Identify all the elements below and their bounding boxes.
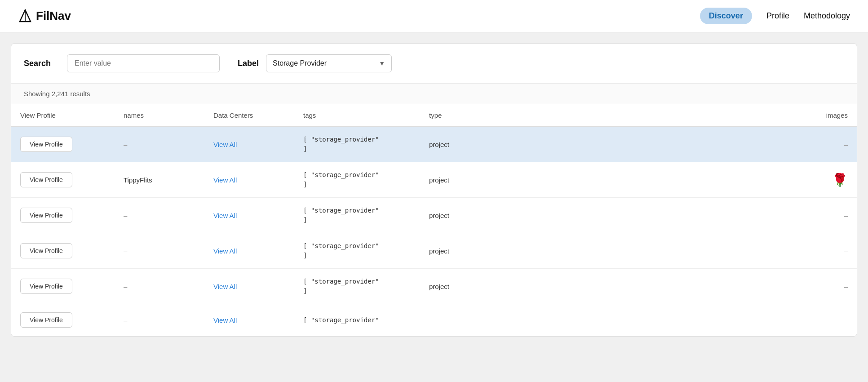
- col-header-images: images: [487, 104, 857, 127]
- type-cell: project: [420, 127, 487, 162]
- table-row: View Profile–View All[ "storage_provider…: [11, 304, 857, 336]
- images-cell: –: [487, 127, 857, 162]
- search-label: Search: [24, 59, 60, 68]
- data-centers-cell: View All: [204, 233, 294, 269]
- view-all-link[interactable]: View All: [213, 283, 237, 290]
- names-cell: –: [115, 233, 204, 269]
- dropdown-selected-value: Storage Provider: [273, 59, 375, 67]
- view-profile-cell: View Profile: [11, 198, 115, 233]
- data-centers-cell: View All: [204, 127, 294, 162]
- col-header-names: names: [115, 104, 204, 127]
- data-centers-cell: View All: [204, 198, 294, 233]
- view-profile-button[interactable]: View Profile: [20, 312, 72, 328]
- view-profile-button[interactable]: View Profile: [20, 243, 72, 258]
- tags-cell: [ "storage_provider": [294, 304, 420, 336]
- label-dropdown[interactable]: Storage Provider ▼: [266, 54, 392, 72]
- chevron-down-icon: ▼: [379, 60, 385, 67]
- view-profile-cell: View Profile: [11, 304, 115, 336]
- names-cell: –: [115, 127, 204, 162]
- type-cell: [420, 304, 487, 336]
- results-table-container: View Profile names Data Centers tags typ…: [11, 104, 857, 336]
- images-cell: [487, 304, 857, 336]
- results-count: Showing 2,241 results: [24, 90, 90, 98]
- table-row: View Profile–View All[ "storage_provider…: [11, 127, 857, 162]
- nav-profile[interactable]: Profile: [766, 11, 789, 21]
- type-cell: project: [420, 233, 487, 269]
- view-profile-cell: View Profile: [11, 162, 115, 198]
- view-all-link[interactable]: View All: [213, 316, 237, 324]
- table-row: View Profile–View All[ "storage_provider…: [11, 198, 857, 233]
- col-header-data-centers: Data Centers: [204, 104, 294, 127]
- view-profile-button[interactable]: View Profile: [20, 279, 72, 294]
- label-text: Label: [238, 59, 259, 68]
- view-all-link[interactable]: View All: [213, 176, 237, 184]
- images-cell: –: [487, 198, 857, 233]
- col-header-tags: tags: [294, 104, 420, 127]
- rose-image: 🌹: [832, 173, 848, 187]
- search-bar: Search Label Storage Provider ▼: [11, 44, 857, 83]
- tags-cell: [ "storage_provider" ]: [294, 127, 420, 162]
- logo: FilNav: [18, 9, 700, 23]
- view-profile-button[interactable]: View Profile: [20, 172, 72, 187]
- results-table: View Profile names Data Centers tags typ…: [11, 104, 857, 336]
- view-profile-cell: View Profile: [11, 233, 115, 269]
- table-row: View ProfileTippyFlitsView All[ "storage…: [11, 162, 857, 198]
- data-centers-cell: View All: [204, 162, 294, 198]
- col-header-type: type: [420, 104, 487, 127]
- names-cell: TippyFlits: [115, 162, 204, 198]
- tags-cell: [ "storage_provider" ]: [294, 269, 420, 304]
- images-cell: –: [487, 269, 857, 304]
- search-input[interactable]: [67, 54, 220, 72]
- view-all-link[interactable]: View All: [213, 141, 237, 148]
- type-cell: project: [420, 162, 487, 198]
- names-cell: –: [115, 304, 204, 336]
- main-content: Search Label Storage Provider ▼ Showing …: [0, 32, 868, 347]
- table-body: View Profile–View All[ "storage_provider…: [11, 127, 857, 336]
- logo-text: FilNav: [36, 9, 71, 23]
- type-cell: project: [420, 198, 487, 233]
- view-all-link[interactable]: View All: [213, 212, 237, 219]
- names-cell: –: [115, 269, 204, 304]
- table-row: View Profile–View All[ "storage_provider…: [11, 233, 857, 269]
- view-all-link[interactable]: View All: [213, 247, 237, 255]
- view-profile-cell: View Profile: [11, 127, 115, 162]
- content-card: Search Label Storage Provider ▼ Showing …: [11, 43, 857, 337]
- tags-cell: [ "storage_provider" ]: [294, 198, 420, 233]
- data-centers-cell: View All: [204, 269, 294, 304]
- nav-methodology[interactable]: Methodology: [804, 11, 850, 21]
- logo-icon: [18, 9, 32, 23]
- col-header-view-profile: View Profile: [11, 104, 115, 127]
- table-header: View Profile names Data Centers tags typ…: [11, 104, 857, 127]
- main-nav: Discover Profile Methodology: [700, 8, 850, 24]
- data-centers-cell: View All: [204, 304, 294, 336]
- header: FilNav Discover Profile Methodology: [0, 0, 868, 32]
- nav-discover[interactable]: Discover: [700, 8, 752, 24]
- view-profile-cell: View Profile: [11, 269, 115, 304]
- tags-cell: [ "storage_provider" ]: [294, 233, 420, 269]
- view-profile-button[interactable]: View Profile: [20, 208, 72, 223]
- results-info: Showing 2,241 results: [11, 83, 857, 104]
- tags-cell: [ "storage_provider" ]: [294, 162, 420, 198]
- images-cell: 🌹: [487, 162, 857, 198]
- images-cell: –: [487, 233, 857, 269]
- view-profile-button[interactable]: View Profile: [20, 137, 72, 152]
- table-row: View Profile–View All[ "storage_provider…: [11, 269, 857, 304]
- names-cell: –: [115, 198, 204, 233]
- type-cell: project: [420, 269, 487, 304]
